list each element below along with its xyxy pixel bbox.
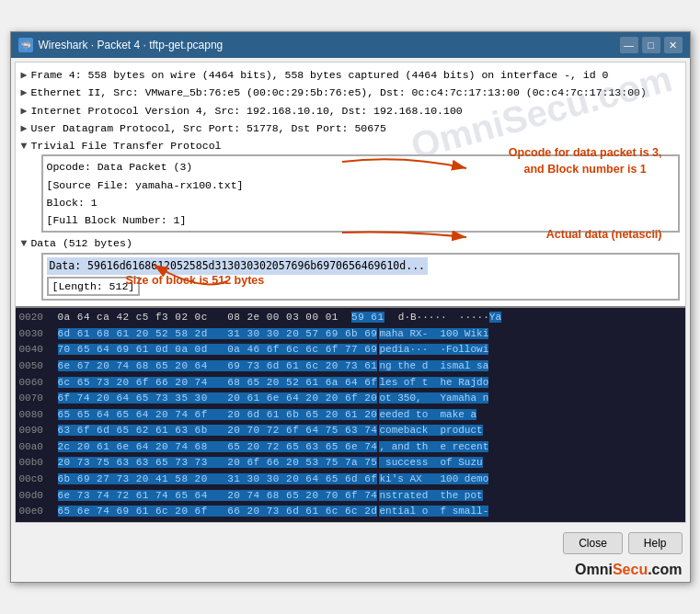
- maximize-button[interactable]: □: [642, 37, 660, 53]
- ethernet-label: Ethernet II, Src: VMware_5b:76:e5 (00:0c…: [30, 85, 646, 100]
- packet-tree: ▶ Frame 4: 558 bytes on wire (4464 bits)…: [16, 63, 685, 308]
- tree-row-source-file: [Source File: yamaha-rx100.txt]: [47, 176, 674, 194]
- bottom-bar: Close Help: [11, 527, 690, 560]
- tree-row-ip[interactable]: ▶ Internet Protocol Version 4, Src: 192.…: [21, 102, 680, 119]
- hex-row-0070: 0070 6f 74 20 64 65 73 35 30 20 61 6e 64…: [19, 391, 682, 407]
- main-content-area: OmniSecu.com ▶ Frame 4: 558 bytes on wir…: [15, 62, 686, 523]
- source-file-label: [Source File: yamaha-rx100.txt]: [47, 177, 244, 193]
- expand-arrow-ip[interactable]: ▶: [21, 103, 28, 119]
- minimize-button[interactable]: —: [620, 37, 638, 53]
- expand-arrow-frame[interactable]: ▶: [21, 67, 28, 83]
- opcode-callout-text: Opcode for data packet is 3,and Block nu…: [509, 145, 662, 177]
- block-size-callout-text: Size of block is 512 bytes: [126, 272, 265, 290]
- footer-secu: Secu: [613, 562, 648, 577]
- expand-arrow-ethernet[interactable]: ▶: [21, 85, 28, 100]
- hex-row-0020: 0020 0a 64 ca 42 c5 f3 02 0c 08 2e 00 03…: [19, 310, 682, 326]
- frame-label: Frame 4: 558 bytes on wire (4464 bits), …: [30, 67, 608, 83]
- help-button[interactable]: Help: [628, 532, 683, 554]
- close-button[interactable]: Close: [563, 532, 623, 554]
- tree-row-block: Block: 1: [47, 194, 674, 211]
- hex-row-0050: 0050 6e 67 20 74 68 65 20 64 69 73 6d 61…: [19, 358, 682, 375]
- expand-arrow-udp[interactable]: ▶: [21, 120, 28, 136]
- block-label: Block: 1: [47, 195, 98, 210]
- hex-row-0090: 0090 63 6f 6d 65 62 61 63 6b 20 70 72 6f…: [19, 423, 682, 439]
- tftp-label: Trivial File Transfer Protocol: [30, 138, 221, 154]
- expand-arrow-data[interactable]: ▼: [21, 235, 28, 251]
- hex-row-0040: 0040 70 65 64 69 61 0d 0a 0d 0a 46 6f 6c…: [19, 342, 682, 358]
- hex-row-00c0: 00c0 6b 69 27 73 20 41 58 20 31 30 30 20…: [19, 472, 682, 488]
- actual-data-callout-text: Actual data (netascii): [546, 226, 662, 244]
- ip-label: Internet Protocol Version 4, Src: 192.16…: [30, 103, 462, 119]
- hex-row-00a0: 00a0 2c 20 61 6e 64 20 74 68 65 20 72 65…: [19, 439, 682, 456]
- opcode-label: Opcode: Data Packet (3): [47, 159, 193, 175]
- hex-row-00e0: 00e0 65 6e 74 69 61 6c 20 6f 66 20 73 6d…: [19, 504, 682, 520]
- footer-omni: Omni: [575, 562, 613, 577]
- tree-row-frame[interactable]: ▶ Frame 4: 558 bytes on wire (4464 bits)…: [21, 66, 680, 84]
- udp-label: User Datagram Protocol, Src Port: 51778,…: [30, 120, 385, 136]
- data-section-label: Data (512 bytes): [30, 235, 132, 251]
- hex-row-0080: 0080 65 65 64 65 64 20 74 6f 20 6d 61 6b…: [19, 407, 682, 424]
- fullblock-label: [Full Block Number: 1]: [47, 212, 187, 228]
- footer-com: .com: [648, 562, 682, 577]
- hex-row-00d0: 00d0 6e 73 74 72 61 74 65 64 20 74 68 65…: [19, 488, 682, 505]
- hex-row-0030: 0030 6d 61 68 61 20 52 58 2d 31 30 30 20…: [19, 326, 682, 343]
- expand-arrow-tftp[interactable]: ▼: [21, 138, 28, 154]
- main-window: 🦈 Wireshark · Packet 4 · tftp-get.pcapng…: [10, 31, 691, 583]
- hex-row-00b0: 00b0 20 73 75 63 63 65 73 73 20 6f 66 20…: [19, 455, 682, 472]
- hex-row-0060: 0060 6c 65 73 20 6f 66 20 74 68 65 20 52…: [19, 375, 682, 392]
- tree-row-udp[interactable]: ▶ User Datagram Protocol, Src Port: 5177…: [21, 119, 680, 137]
- omnisecu-footer: OmniSecu.com: [11, 560, 690, 582]
- tree-row-ethernet[interactable]: ▶ Ethernet II, Src: VMware_5b:76:e5 (00:…: [21, 84, 680, 101]
- window-controls: — □ ✕: [620, 37, 683, 53]
- app-icon: 🦈: [18, 38, 33, 52]
- title-bar: 🦈 Wireshark · Packet 4 · tftp-get.pcapng…: [11, 32, 690, 58]
- window-title: Wireshark · Packet 4 · tftp-get.pcapng: [39, 39, 224, 51]
- window-close-button[interactable]: ✕: [664, 37, 683, 53]
- hex-dump-section[interactable]: 0020 0a 64 ca 42 c5 f3 02 0c 08 2e 00 03…: [16, 308, 685, 522]
